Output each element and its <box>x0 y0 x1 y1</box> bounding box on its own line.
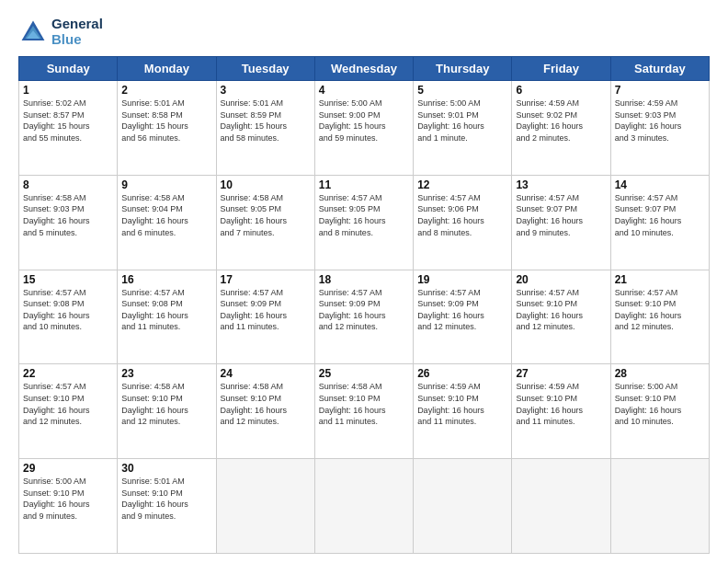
logo: General Blue <box>18 17 103 47</box>
calendar-header-saturday: Saturday <box>610 57 709 81</box>
calendar-week-2: 8Sunrise: 4:58 AMSunset: 9:03 PMDaylight… <box>19 175 710 270</box>
calendar-day-empty <box>414 459 512 554</box>
calendar-header-wednesday: Wednesday <box>314 57 413 81</box>
calendar-day-18: 18Sunrise: 4:57 AMSunset: 9:09 PMDayligh… <box>314 270 413 364</box>
calendar-day-6: 6Sunrise: 4:59 AMSunset: 9:02 PMDaylight… <box>512 81 610 176</box>
calendar-day-13: 13Sunrise: 4:57 AMSunset: 9:07 PMDayligh… <box>512 175 610 270</box>
calendar-day-17: 17Sunrise: 4:57 AMSunset: 9:09 PMDayligh… <box>216 270 314 364</box>
calendar-day-28: 28Sunrise: 5:00 AMSunset: 9:10 PMDayligh… <box>610 364 709 459</box>
calendar-day-4: 4Sunrise: 5:00 AMSunset: 9:00 PMDaylight… <box>314 81 413 176</box>
calendar-day-8: 8Sunrise: 4:58 AMSunset: 9:03 PMDaylight… <box>19 175 118 270</box>
calendar-header-thursday: Thursday <box>414 57 512 81</box>
calendar-day-empty <box>610 459 709 554</box>
calendar-day-29: 29Sunrise: 5:00 AMSunset: 9:10 PMDayligh… <box>19 459 118 554</box>
calendar-day-11: 11Sunrise: 4:57 AMSunset: 9:05 PMDayligh… <box>314 175 413 270</box>
calendar-day-empty <box>216 459 314 554</box>
calendar-day-7: 7Sunrise: 4:59 AMSunset: 9:03 PMDaylight… <box>610 81 709 176</box>
calendar-week-5: 29Sunrise: 5:00 AMSunset: 9:10 PMDayligh… <box>19 459 710 554</box>
calendar-week-1: 1Sunrise: 5:02 AMSunset: 8:57 PMDaylight… <box>19 81 710 176</box>
calendar-day-1: 1Sunrise: 5:02 AMSunset: 8:57 PMDaylight… <box>19 81 118 176</box>
calendar-day-20: 20Sunrise: 4:57 AMSunset: 9:10 PMDayligh… <box>512 270 610 364</box>
calendar-day-27: 27Sunrise: 4:59 AMSunset: 9:10 PMDayligh… <box>512 364 610 459</box>
calendar-header-tuesday: Tuesday <box>216 57 314 81</box>
calendar-day-19: 19Sunrise: 4:57 AMSunset: 9:09 PMDayligh… <box>414 270 512 364</box>
calendar-day-empty <box>512 459 610 554</box>
calendar-day-24: 24Sunrise: 4:58 AMSunset: 9:10 PMDayligh… <box>216 364 314 459</box>
calendar: SundayMondayTuesdayWednesdayThursdayFrid… <box>18 56 710 554</box>
calendar-day-25: 25Sunrise: 4:58 AMSunset: 9:10 PMDayligh… <box>314 364 413 459</box>
calendar-day-26: 26Sunrise: 4:59 AMSunset: 9:10 PMDayligh… <box>414 364 512 459</box>
calendar-day-10: 10Sunrise: 4:58 AMSunset: 9:05 PMDayligh… <box>216 175 314 270</box>
calendar-day-14: 14Sunrise: 4:57 AMSunset: 9:07 PMDayligh… <box>610 175 709 270</box>
calendar-week-4: 22Sunrise: 4:57 AMSunset: 9:10 PMDayligh… <box>19 364 710 459</box>
calendar-day-5: 5Sunrise: 5:00 AMSunset: 9:01 PMDaylight… <box>414 81 512 176</box>
calendar-week-3: 15Sunrise: 4:57 AMSunset: 9:08 PMDayligh… <box>19 270 710 364</box>
page: General Blue SundayMondayTuesdayWednesda… <box>0 0 728 563</box>
calendar-day-22: 22Sunrise: 4:57 AMSunset: 9:10 PMDayligh… <box>19 364 118 459</box>
calendar-header-monday: Monday <box>118 57 216 81</box>
logo-text: General Blue <box>51 17 103 47</box>
calendar-day-3: 3Sunrise: 5:01 AMSunset: 8:59 PMDaylight… <box>216 81 314 176</box>
calendar-day-15: 15Sunrise: 4:57 AMSunset: 9:08 PMDayligh… <box>19 270 118 364</box>
calendar-header-sunday: Sunday <box>19 57 118 81</box>
calendar-day-30: 30Sunrise: 5:01 AMSunset: 9:10 PMDayligh… <box>118 459 216 554</box>
calendar-day-12: 12Sunrise: 4:57 AMSunset: 9:06 PMDayligh… <box>414 175 512 270</box>
calendar-header-row: SundayMondayTuesdayWednesdayThursdayFrid… <box>19 57 710 81</box>
calendar-day-9: 9Sunrise: 4:58 AMSunset: 9:04 PMDaylight… <box>118 175 216 270</box>
calendar-day-16: 16Sunrise: 4:57 AMSunset: 9:08 PMDayligh… <box>118 270 216 364</box>
calendar-day-2: 2Sunrise: 5:01 AMSunset: 8:58 PMDaylight… <box>118 81 216 176</box>
calendar-day-empty <box>314 459 413 554</box>
logo-icon <box>18 17 48 47</box>
calendar-header-friday: Friday <box>512 57 610 81</box>
calendar-day-23: 23Sunrise: 4:58 AMSunset: 9:10 PMDayligh… <box>118 364 216 459</box>
header: General Blue <box>18 17 710 47</box>
calendar-day-21: 21Sunrise: 4:57 AMSunset: 9:10 PMDayligh… <box>610 270 709 364</box>
